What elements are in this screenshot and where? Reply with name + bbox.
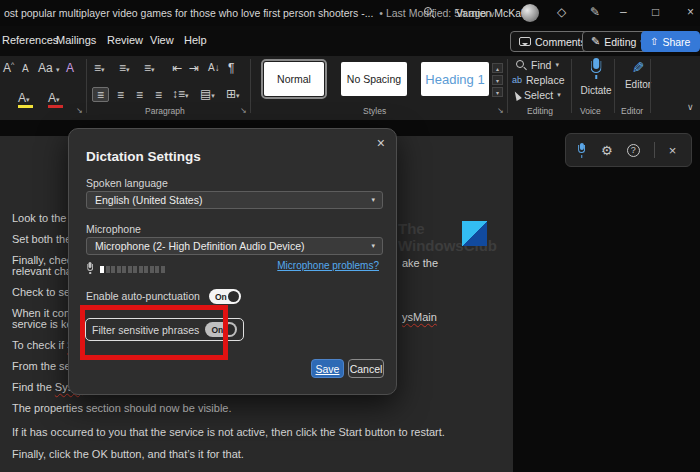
spoken-language-select[interactable]: English (United States) ▾ (86, 191, 383, 209)
microphone-problems-link[interactable]: Microphone problems? (277, 260, 379, 271)
share-button[interactable]: ⇧ Share (641, 31, 700, 52)
doc-line: ake the (402, 257, 438, 269)
doc-line: The properties section should now be vis… (12, 402, 232, 414)
find-button[interactable]: Find ▾ (516, 59, 559, 71)
chevron-down-icon: ▾ (371, 242, 375, 250)
collapse-ribbon-chevron[interactable]: ∨ (687, 102, 694, 112)
group-divider (650, 59, 651, 113)
line-spacing-button[interactable]: ↕≡▾ (172, 87, 189, 101)
clear-formatting-button[interactable]: A (66, 61, 74, 75)
doc-line: Look to the ri (12, 212, 76, 224)
minimize-button[interactable]: – (620, 5, 627, 19)
justify-button[interactable]: ≡ (150, 87, 167, 102)
align-center-button[interactable]: ≡ (112, 87, 129, 102)
microphone-icon[interactable] (576, 143, 587, 158)
styles-dialog-launcher[interactable]: ↘ (497, 106, 504, 115)
group-divider (86, 59, 87, 113)
filter-sensitive-phrases-toggle[interactable]: On (205, 322, 237, 337)
microphone-icon (86, 262, 94, 274)
align-left-button[interactable]: ≡ (92, 87, 109, 102)
style-no-spacing[interactable]: No Spacing (341, 62, 407, 96)
numbering-button[interactable]: ≡▾ (119, 61, 130, 75)
align-right-button[interactable]: ≡ (131, 87, 148, 102)
microphone-label: Microphone (86, 223, 141, 235)
decrease-indent-button[interactable]: ⇤ (172, 61, 182, 75)
microphone-select[interactable]: Microphone (2- High Definition Audio Dev… (86, 237, 383, 255)
font-dialog-launcher[interactable]: ↘ (76, 106, 83, 115)
close-window-button[interactable]: × (687, 5, 694, 19)
styles-group-label: Styles (363, 106, 386, 116)
gem-icon[interactable]: ◇ (557, 5, 566, 19)
spoken-language-label: Spoken language (86, 177, 168, 189)
increase-indent-button[interactable]: ⇥ (189, 61, 199, 75)
sort-button[interactable]: A↓ (208, 62, 220, 73)
dictation-toolbar: ⚙ ? × (565, 133, 692, 167)
save-button[interactable]: Save (311, 359, 344, 378)
search-icon (516, 60, 527, 71)
styles-more-button[interactable]: ▾ (492, 87, 503, 97)
pen-icon[interactable]: ✎ (590, 5, 600, 19)
pilcrow-button[interactable]: ¶ (228, 61, 234, 75)
ribbon: A^ A Aa ▾ A A▾ A▾ ↘ ≡▾ ≡▾ ≡▾ ⇤ ⇥ A↓ ¶ ≡ … (0, 56, 700, 120)
doc-line: Check to see (12, 286, 76, 298)
document-title: ost popular multiplayer video games for … (4, 7, 495, 19)
ribbon-tab-row: References Mailings Review View Help Com… (0, 26, 700, 56)
group-divider (507, 59, 508, 113)
avatar[interactable] (521, 4, 539, 22)
dictation-settings-dialog: × Dictation Settings Spoken language Eng… (68, 128, 397, 395)
doc-line: Finally, click the OK button, and that’s… (12, 448, 244, 460)
title-bar: ost popular multiplayer video games for … (0, 0, 700, 26)
bullets-button[interactable]: ≡▾ (94, 61, 105, 75)
editor-group-label: Editor (621, 106, 643, 116)
group-divider (571, 59, 572, 113)
toolbar-divider (654, 142, 655, 158)
grow-font-button[interactable]: A^ (3, 61, 14, 75)
replace-button[interactable]: ab Replace (512, 74, 565, 86)
shading-button[interactable]: ▤▾ (200, 87, 215, 101)
gear-icon[interactable]: ⚙ (601, 143, 613, 158)
shrink-font-button[interactable]: A (22, 63, 29, 74)
font-color-button[interactable]: A▾ (48, 88, 63, 108)
voice-group-label: Voice (580, 106, 601, 116)
text-highlight-button[interactable]: A▾ (18, 88, 33, 108)
paragraph-group-label: Paragraph (145, 106, 185, 116)
dialog-title: Dictation Settings (86, 149, 201, 164)
tab-help[interactable]: Help (184, 34, 207, 46)
group-divider (614, 59, 615, 113)
cancel-button[interactable]: Cancel (348, 359, 384, 378)
borders-button[interactable]: ⊞▾ (226, 87, 240, 101)
select-button[interactable]: Select ▾ (514, 89, 561, 101)
dictate-button[interactable]: Dictate (580, 58, 612, 96)
close-dialog-button[interactable]: × (377, 135, 385, 151)
change-case-button[interactable]: Aa ▾ (38, 61, 60, 75)
filter-sensitive-phrases-row: Filter sensitive phrases On (85, 318, 244, 341)
editing-group-label: Editing (527, 106, 553, 116)
tab-references[interactable]: References (2, 34, 58, 46)
search-icon[interactable] (424, 7, 435, 20)
pen-icon: ✎ (591, 35, 600, 48)
cursor-icon (512, 90, 522, 101)
restore-button[interactable]: □ (652, 5, 659, 19)
tab-review[interactable]: Review (107, 34, 143, 46)
multilevel-list-button[interactable]: ≡▾ (144, 61, 155, 75)
microphone-icon (589, 58, 604, 79)
chevron-down-icon: ▾ (557, 91, 561, 99)
auto-punctuation-label: Enable auto-punctuation (86, 290, 200, 302)
auto-punctuation-toggle[interactable]: On (209, 289, 241, 304)
share-icon: ⇧ (650, 36, 658, 47)
chevron-down-icon: ▾ (371, 196, 375, 204)
style-normal[interactable]: Normal (264, 62, 324, 96)
paragraph-dialog-launcher[interactable]: ↘ (240, 106, 247, 115)
doc-line: If it has occurred to you that the servi… (12, 426, 445, 438)
styles-scroll-up[interactable]: ▴ (492, 63, 503, 73)
styles-scroll-down[interactable]: ▾ (492, 75, 503, 85)
close-icon[interactable]: × (669, 143, 677, 158)
chevron-down-icon: ▾ (555, 61, 559, 69)
tab-mailings[interactable]: Mailings (56, 34, 96, 46)
doc-line: ysMain (402, 311, 437, 323)
style-heading-1[interactable]: Heading 1 (421, 62, 489, 96)
tab-view[interactable]: View (150, 34, 174, 46)
help-icon[interactable]: ? (627, 144, 640, 157)
editor-pen-icon: ✎ (632, 59, 645, 77)
comment-bubble-icon (519, 37, 531, 46)
